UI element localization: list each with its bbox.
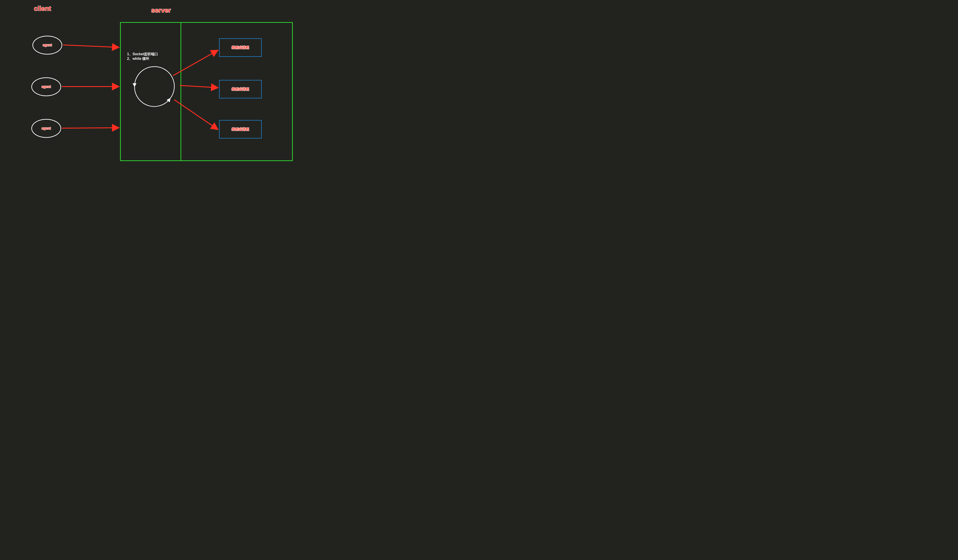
loop-note-line1: 1、Socket监听端口 xyxy=(127,52,158,56)
thread-box-2: 线程或进程 xyxy=(219,80,262,98)
agent-node-1: agent xyxy=(32,36,62,54)
diagram-canvas: client server agent agent agent 1、Socket… xyxy=(0,0,319,187)
server-container-inner xyxy=(120,22,181,161)
client-title: client xyxy=(34,5,51,12)
thread-label: 线程或进程 xyxy=(232,127,249,132)
agent-label: agent xyxy=(43,43,52,47)
agent-node-3: agent xyxy=(31,119,61,138)
arrow-client-1 xyxy=(63,45,119,47)
loop-note-line2: 2、while 循环 xyxy=(127,57,149,60)
thread-label: 线程或进程 xyxy=(232,45,249,50)
agent-node-2: agent xyxy=(31,77,61,96)
arrow-client-3 xyxy=(62,128,119,128)
thread-box-1: 线程或进程 xyxy=(219,38,262,57)
agent-label: agent xyxy=(42,85,51,89)
loop-note: 1、Socket监听端口 2、while 循环 xyxy=(127,52,158,61)
agent-label: agent xyxy=(42,127,51,130)
server-title: server xyxy=(151,6,171,14)
thread-box-3: 线程或进程 xyxy=(219,120,262,138)
thread-label: 线程或进程 xyxy=(232,87,249,92)
